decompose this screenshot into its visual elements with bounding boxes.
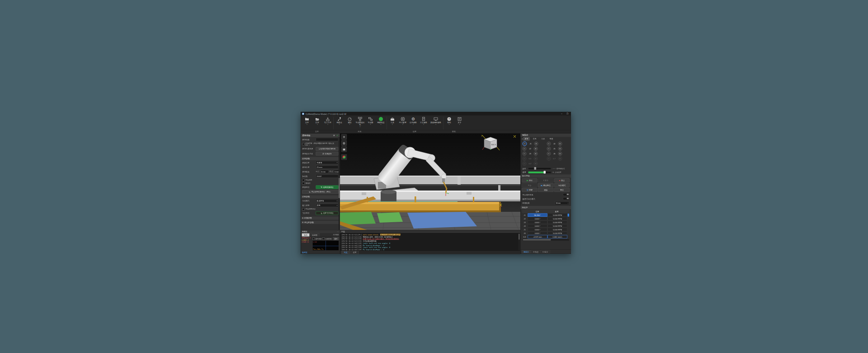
robot-pose-icon[interactable]: ▣ [341,147,347,152]
jog-settings-button[interactable]: ⚙点动设置 [552,171,569,173]
jog-minus-j6[interactable]: − [547,152,551,156]
viewport-3d[interactable]: y BACK ✳ ⚙ ▣ [340,134,520,230]
close-icon[interactable]: ✕ [333,134,335,137]
tab-io-monitor[interactable]: IO监控 [541,250,550,254]
single-cycle-toggle[interactable] [563,193,569,196]
pause-button[interactable]: ‖暂停 [538,178,553,182]
jog-minus-j5[interactable]: − [547,147,551,151]
reset-button[interactable]: 复位 [554,188,570,192]
home-button[interactable]: ◎回零 [522,188,538,192]
table-row[interactable]: J2 0.000 ° 5.000 RPM [522,217,570,220]
table-row[interactable]: J6 0.000 ° 5.000 RPM [522,231,570,235]
toolbar-view-status[interactable]: 视图状态▾ [376,116,386,130]
step-update-path-button[interactable]: ↻逐步更新焊接路径（调试） [302,190,339,194]
manual-adjust-checkbox[interactable] [302,179,305,181]
toolbar-import-part[interactable]: 导入工件▾ [323,116,333,130]
scrollbar-thumb[interactable] [523,239,551,240]
maximize-button[interactable]: ❐ [565,113,570,115]
stop-button[interactable]: ■停止 [554,178,570,182]
table-row[interactable]: J5 0.000 ° 5.000 RPM [522,228,570,231]
toolbar-global-params[interactable]: ⚙ 全局参数▾ [408,116,419,130]
measure-axes-icon[interactable] [341,154,347,160]
table-row[interactable]: J4 0.000 ° 5.000 RPM [522,224,570,228]
title-bar[interactable]: CyWeld(Demo Mode) (7.0.110.6) nut2.W – ❐ [301,112,571,116]
jog-minus-6z[interactable]: − [523,162,527,166]
tab-log[interactable]: 日志 [341,251,350,254]
minimize-button[interactable]: – [560,113,564,115]
retreat-select[interactable]: 10mm↕ [555,201,569,205]
speed-slider[interactable] [528,171,551,173]
mode-joint[interactable]: 关节 [524,137,530,141]
confirm-check-icon[interactable]: ✓ [336,134,339,137]
motion-mode-select[interactable]: 起点降落▾ [316,199,339,203]
collapse-arrow-icon[interactable]: ◂ [522,138,523,140]
positioner-params-section[interactable]: 变位机参数 [301,221,340,224]
toolbar-simulate[interactable]: 模拟▾ [344,116,355,130]
jog-minus-j4[interactable]: − [547,142,551,146]
toolbar-node-graph[interactable]: 节点图▾ [365,116,376,130]
breakpoint-reset-button[interactable]: ▶|断点复位 [538,183,553,187]
jog-plus-j2[interactable]: + [534,147,538,151]
layout-thumbnail[interactable]: L: 0.0 Pos:-- Mid:-- T:-- [312,241,339,251]
mode-world[interactable]: 世界 [532,137,538,141]
table-row[interactable]: J1 90.156 ° 5.000 RPM [522,213,570,217]
drag-handle-icon[interactable]: ⸬ [337,230,339,233]
jog-plus-6y[interactable]: + [558,157,562,161]
input-type-select[interactable]: 其他▾ [316,204,339,207]
compact-mode-toggle[interactable] [563,197,569,200]
jog-plus-j4[interactable]: + [558,142,562,146]
jog-minus-j1[interactable]: − [523,142,527,146]
tab-log-settings[interactable]: 设置 [350,251,359,254]
rotate-angle-input[interactable]: 16.00° [316,174,339,178]
fit-view-icon[interactable]: ✳ [341,134,347,140]
jog-plus-j5[interactable]: + [558,147,562,151]
jog-minus-j3[interactable]: − [523,152,527,156]
jog-plus-6z[interactable]: + [534,162,538,166]
weld-position-select[interactable]: 平焊缝▾ [316,161,339,164]
slider-knob[interactable] [534,167,537,170]
table-row[interactable]: 6.X -5.929 mm 0.000 mm/s [522,235,570,239]
jog-minus-6x[interactable]: − [523,157,527,161]
viewport-settings-gear-icon[interactable]: ⚙ [341,140,347,146]
seam-params-section[interactable]: 焊缝参数 [301,157,340,160]
tab-track[interactable]: 轨迹图 [310,234,320,237]
single-step-button[interactable]: 单步 [522,183,538,187]
toolbar-tools[interactable]: 工具▾ [387,116,398,130]
scrollbar-thumb[interactable] [339,178,340,198]
mode-tool[interactable]: 工具 [540,137,546,141]
toolbar-about[interactable]: 关于▾ [454,116,465,130]
auto-contour-button[interactable]: 自动选择连接焊缝轮廓 [316,147,339,151]
step-slider[interactable] [528,167,551,170]
table-row[interactable]: J3 0.000 ° 5.000 RPM [522,220,570,224]
start-button[interactable]: ▶开始 [522,178,538,182]
jog-plus-6x[interactable]: + [534,157,538,161]
motion-params-section[interactable]: 功能参数 [301,195,340,198]
trim-start-input[interactable]: 0 mm [320,170,329,173]
run-mode-button[interactable]: 运行模式 [554,183,570,187]
show-track-checkbox[interactable] [312,238,315,240]
track-area-checkbox[interactable] [322,238,325,240]
jog-plus-j3[interactable]: + [534,152,538,156]
log-scrollbar[interactable] [519,234,520,251]
preview-footer-link[interactable]: 预览区 [302,251,307,254]
log-body[interactable]: [09/18 16:42:52][Pr] auto-seam-check: 焊缝… [340,233,520,251]
update-fly-path-button[interactable]: ↻更新飞行路径 [316,211,339,215]
toolbar-plc-config[interactable]: PLC配置▾ [398,116,408,130]
reverse-seam-button[interactable]: ⇄焊缝反向 [316,152,339,155]
trace-button[interactable]: 追踪 [538,188,553,192]
mode-base[interactable]: 基座 [548,137,555,141]
jog-minus-j2[interactable]: − [523,147,527,151]
weld-params-section[interactable]: 焊接参数 [301,216,340,219]
seam-length-input[interactable]: 25 mm [316,165,339,169]
jog-plus-j1[interactable]: + [534,142,538,146]
seam-name-input[interactable] [316,138,339,142]
manual-fly-checkbox[interactable] [302,208,305,210]
toolbar-open[interactable]: 打开▾ [312,116,323,130]
table-h-scrollbar[interactable] [523,239,570,241]
toolbar-node-graph-init[interactable]: 节点图初始化▾ [355,116,365,130]
slider-knob[interactable] [544,171,546,173]
scrollbar-thumb[interactable] [519,234,520,240]
tab-layout[interactable]: 布局 [302,234,310,237]
tab-io-status[interactable]: IO状态 [531,250,540,254]
toolbar-offline-params[interactable]: 离线编程参数▾ [429,116,443,130]
